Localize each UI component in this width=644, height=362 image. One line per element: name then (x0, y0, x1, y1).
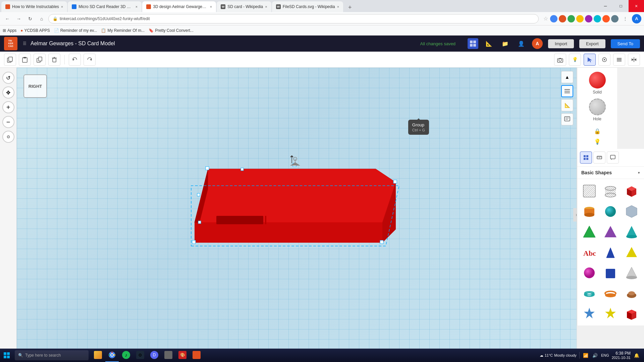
clock[interactable]: 6:38 PM 2021-10-31 (612, 351, 631, 360)
network-icon[interactable]: 📶 (582, 352, 589, 359)
mirror-btn[interactable] (628, 54, 640, 66)
orbit-button[interactable]: ↺ (2, 72, 14, 84)
lock-icon-btn[interactable]: 🔒 (594, 128, 601, 134)
lightbulb-icon-btn[interactable]: 💡 (594, 138, 601, 145)
view-cube[interactable]: RIGHT (23, 74, 50, 101)
ruler-view-btn-shapes[interactable] (593, 152, 605, 164)
shape-sphere-teal[interactable] (601, 202, 620, 221)
ext-icon-3[interactable] (568, 15, 575, 22)
taskbar-explorer[interactable] (91, 349, 105, 362)
tab-5-close[interactable]: × (337, 5, 339, 9)
shape-complex-grey[interactable] (622, 202, 641, 221)
window-close[interactable]: × (629, 0, 644, 12)
taskbar-browser2[interactable] (190, 349, 203, 362)
grid-view-btn[interactable] (468, 38, 478, 49)
shapes-dropdown-icon[interactable]: ▾ (638, 171, 640, 175)
shape-pyramid-yellow[interactable] (622, 243, 641, 261)
pan-button[interactable]: ✥ (2, 86, 14, 99)
tab-4[interactable]: W SD card - Wikipedia × (217, 1, 271, 12)
shape-cone-teal[interactable] (622, 223, 641, 241)
user-btn[interactable]: 👤 (516, 38, 527, 49)
shape-cyl-striped[interactable] (601, 182, 620, 200)
taskbar-search[interactable]: 🔍 Type here to search (15, 350, 89, 360)
shape-star-blue[interactable] (580, 304, 598, 323)
volume-icon[interactable]: 🔊 (592, 352, 598, 359)
new-tab-button[interactable]: + (345, 3, 355, 12)
bookmark-star-icon[interactable]: ☆ (543, 15, 548, 22)
taskbar-discord[interactable]: D (148, 349, 161, 362)
ext-icon-7[interactable] (602, 15, 610, 22)
viewport-chat-btn[interactable] (561, 113, 573, 125)
shape-pyramid-green[interactable] (580, 223, 598, 241)
design-view-btn[interactable]: 📐 (484, 38, 494, 49)
bookmark-reminder1[interactable]: 📄 Reminder of my ev... (54, 28, 97, 33)
shape-box-red2[interactable] (622, 304, 641, 323)
ext-icon-1[interactable] (550, 15, 557, 22)
undo-button[interactable] (69, 54, 81, 66)
taskbar-paint[interactable]: 🎨 (176, 349, 189, 362)
shape-box-blue[interactable] (601, 263, 620, 282)
shape-box-striped[interactable] (580, 182, 598, 200)
address-bar[interactable]: 🔒 tinkercad.com/things/51dUut40xe2-funky… (48, 14, 539, 23)
shape-prism-blue[interactable] (601, 243, 620, 261)
taskbar-steam[interactable]: ⚙ (133, 349, 147, 362)
send-to-button[interactable]: Send To (611, 39, 640, 48)
align-btn[interactable] (613, 54, 625, 66)
shape-text-red[interactable]: Abc (580, 243, 598, 261)
refresh-button[interactable]: ↻ (25, 14, 35, 23)
camera-btn[interactable] (554, 54, 566, 66)
tab-4-close[interactable]: × (265, 5, 267, 9)
shape-sphere-magenta[interactable] (580, 263, 598, 282)
tab-1-close[interactable]: × (61, 5, 63, 9)
profile-avatar[interactable]: A (532, 38, 543, 49)
start-button[interactable] (0, 349, 13, 362)
sd-card-model[interactable] (168, 156, 402, 274)
import-button[interactable]: Import (548, 39, 574, 48)
forward-button[interactable]: → (14, 14, 23, 23)
shape-pyramid-purple[interactable] (601, 223, 620, 241)
profile-button[interactable]: A (632, 14, 641, 23)
ext-icon-8[interactable] (611, 15, 619, 22)
viewport[interactable]: RIGHT Group Ctrl + G (17, 68, 577, 362)
taskbar-minecraft[interactable] (162, 349, 175, 362)
bookmark-ycdsb[interactable]: ● YCDSB APPS (20, 28, 50, 33)
bookmark-apps[interactable]: ⊞ Apps (3, 28, 16, 33)
zoom-in-button[interactable]: + (2, 101, 14, 113)
panel-collapse-btn[interactable]: › (573, 208, 577, 222)
light-btn[interactable]: 💡 (569, 54, 581, 66)
viewport-grid-view-btn[interactable] (561, 85, 573, 97)
fit-button[interactable]: ⊙ (2, 131, 14, 143)
redo-button[interactable] (84, 54, 96, 66)
viewport-up-btn[interactable]: ▲ (561, 71, 573, 83)
grid-view-btn-shapes[interactable] (580, 152, 592, 164)
shape-torus-teal[interactable] (580, 284, 598, 302)
export-button[interactable]: Export (579, 39, 605, 48)
tab-1[interactable]: How to Write Instructables × (1, 1, 67, 12)
view-btn[interactable] (598, 54, 610, 66)
hamburger-icon[interactable]: ☰ (23, 41, 26, 46)
tab-3-close[interactable]: × (210, 5, 212, 9)
ext-icon-4[interactable] (576, 15, 584, 22)
hole-option[interactable]: Hole (589, 99, 606, 121)
zoom-out-button[interactable]: − (2, 116, 14, 128)
ext-icon-2[interactable] (559, 15, 566, 22)
language-indicator[interactable]: ENG (601, 353, 609, 357)
taskbar-chrome[interactable] (105, 349, 119, 362)
copy-button[interactable] (4, 54, 16, 66)
more-button[interactable]: ⋮ (621, 14, 630, 23)
tinkercad-logo[interactable]: TINKERCAD (4, 37, 17, 50)
shape-cube-red[interactable] (622, 182, 641, 200)
folder-btn[interactable]: 📁 (500, 38, 511, 49)
home-button[interactable]: ⌂ (37, 14, 46, 23)
shape-star-yellow[interactable] (601, 304, 620, 323)
bookmark-convert[interactable]: 🔖 Pretty Cool Convert... (149, 28, 194, 33)
delete-button[interactable] (48, 54, 60, 66)
duplicate-button[interactable] (34, 54, 46, 66)
window-maximize[interactable]: □ (613, 0, 629, 12)
shape-brown[interactable] (622, 284, 641, 302)
solid-option[interactable]: Solid (589, 72, 606, 95)
shape-cone-white[interactable] (622, 263, 641, 282)
ext-icon-6[interactable] (594, 15, 601, 22)
shape-cylinder-orange[interactable] (580, 202, 598, 221)
window-minimize[interactable]: ─ (598, 0, 613, 12)
